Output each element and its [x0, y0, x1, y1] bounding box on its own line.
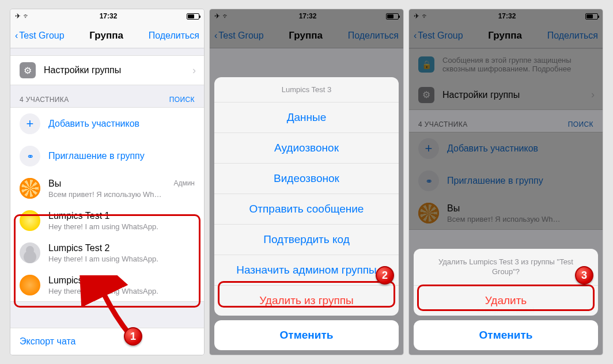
nav-bar: ‹Test Group Группа Поделиться [10, 23, 204, 48]
battery-icon [187, 13, 199, 20]
participant-row[interactable]: Lumpics Test 1 Hey there! I am using Wha… [10, 204, 204, 237]
invite-link-row[interactable]: ⚭ Приглашение в группу [10, 140, 204, 173]
confirm-sheet: Удалить Lumpics Test 3 из группы "Test G… [414, 249, 598, 350]
status-bar: ✈︎ᯤ 17:32 [10, 9, 204, 23]
annotation-badge-3: 3 [575, 266, 593, 285]
sheet-option-video-call[interactable]: Видеозвонок [214, 164, 399, 194]
sheet-option-remove[interactable]: Удалить из группы [214, 286, 399, 316]
chevron-right-icon: › [192, 65, 196, 77]
airplane-icon: ✈︎ [15, 12, 21, 20]
admin-badge: Админ [173, 179, 195, 187]
sheet-option-info[interactable]: Данные [214, 103, 399, 133]
add-participants-row[interactable]: + Добавить участников [10, 107, 204, 141]
participant-you[interactable]: Вы Всем привет! Я использую Wh… Админ [10, 172, 204, 205]
sheet-cancel[interactable]: Отменить [414, 320, 598, 350]
wifi-icon: ᯤ [23, 12, 30, 20]
sheet-option-make-admin[interactable]: Назначить админом группы [214, 255, 399, 286]
confirm-prompt: Удалить Lumpics Test 3 из группы "Test G… [414, 249, 598, 286]
action-sheet: Lumpics Test 3 Данные Аудиозвонок Видеоз… [214, 77, 399, 350]
nav-title: Группа [89, 30, 123, 41]
plus-icon: + [20, 113, 40, 134]
participant-row[interactable]: Lumpics Test 3 Hey there! I am using Wha… [10, 269, 204, 302]
participants-header: 4 УЧАСТНИКА ПОИСК [10, 85, 204, 107]
chevron-left-icon: ‹ [15, 31, 18, 41]
sheet-title: Lumpics Test 3 [214, 77, 399, 103]
sheet-option-audio-call[interactable]: Аудиозвонок [214, 133, 399, 164]
share-button[interactable]: Поделиться [149, 31, 199, 41]
sheet-option-verify-code[interactable]: Подтвердить код [214, 225, 399, 255]
back-button[interactable]: ‹Test Group [15, 31, 65, 41]
avatar [20, 210, 40, 231]
link-icon: ⚭ [20, 146, 40, 166]
sheet-cancel[interactable]: Отменить [214, 320, 399, 350]
gear-icon: ⚙ [20, 62, 36, 78]
sheet-option-send-message[interactable]: Отправить сообщение [214, 194, 399, 225]
export-chat[interactable]: Экспорт чата [10, 328, 204, 355]
group-settings-row[interactable]: ⚙ Настройки группы › [10, 55, 204, 85]
participant-row[interactable]: Lumpics Test 2 Hey there! I am using Wha… [10, 237, 204, 270]
search-participants[interactable]: ПОИСК [169, 96, 195, 104]
avatar [20, 178, 40, 199]
annotation-badge-1: 1 [124, 327, 142, 346]
confirm-delete[interactable]: Удалить [414, 286, 598, 316]
status-time: 17:32 [100, 12, 118, 20]
annotation-badge-2: 2 [376, 266, 394, 285]
avatar [20, 242, 40, 263]
avatar [20, 275, 40, 295]
